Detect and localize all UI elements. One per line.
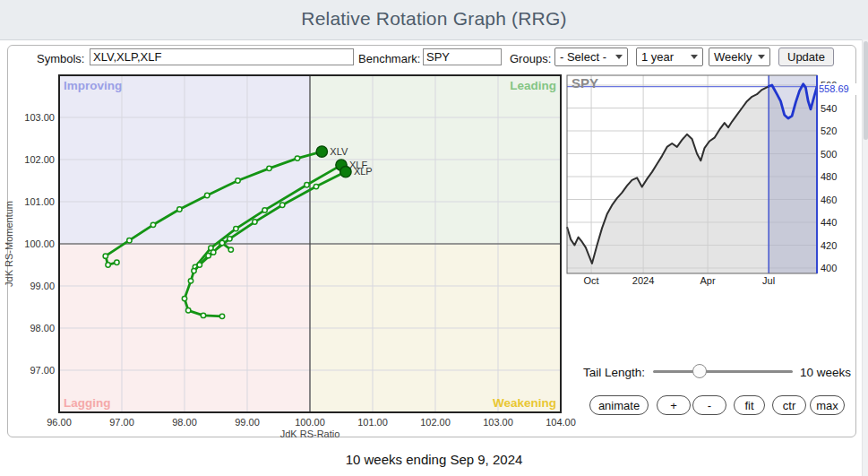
scrollbar-thumb[interactable] [864, 41, 868, 140]
chevron-down-icon [691, 55, 698, 59]
symbols-label: Symbols: [37, 52, 84, 65]
chevron-down-icon [615, 55, 623, 59]
max-button[interactable]: max [810, 395, 845, 415]
rrg-app: Relative Rotation Graph (RRG) Symbols: B… [0, 0, 868, 476]
animate-button[interactable]: animate [589, 395, 649, 415]
update-button[interactable]: Update [778, 48, 834, 66]
tail-length-slider-handle[interactable] [692, 364, 707, 378]
groups-select-value: - Select - [560, 50, 606, 64]
frequency-select[interactable]: Weekly [709, 48, 770, 66]
zoom-in-button[interactable]: + [657, 395, 691, 415]
frequency-select-value: Weekly [714, 50, 752, 64]
period-select-value: 1 year [641, 50, 674, 64]
tail-length-label: Tail Length: [583, 366, 645, 379]
period-select[interactable]: 1 year [636, 48, 703, 66]
footer-caption: 10 weeks ending Sep 9, 2024 [0, 452, 868, 467]
benchmark-label: Benchmark: [358, 52, 420, 65]
page-title: Relative Rotation Graph (RRG) [0, 8, 868, 30]
groups-select[interactable]: - Select - [554, 48, 628, 66]
groups-label: Groups: [510, 52, 551, 65]
scrollbar[interactable] [862, 39, 868, 476]
tail-length-slider-track[interactable] [653, 370, 793, 373]
zoom-out-button[interactable]: - [692, 395, 726, 415]
chevron-down-icon [758, 55, 765, 59]
benchmark-input[interactable] [423, 48, 502, 65]
fit-button[interactable]: fit [734, 395, 765, 415]
center-button[interactable]: ctr [772, 395, 806, 415]
tail-length-value: 10 weeks [800, 366, 851, 379]
app-header: Relative Rotation Graph (RRG) [0, 0, 868, 40]
main-panel [7, 45, 856, 437]
symbols-input[interactable] [90, 48, 354, 65]
